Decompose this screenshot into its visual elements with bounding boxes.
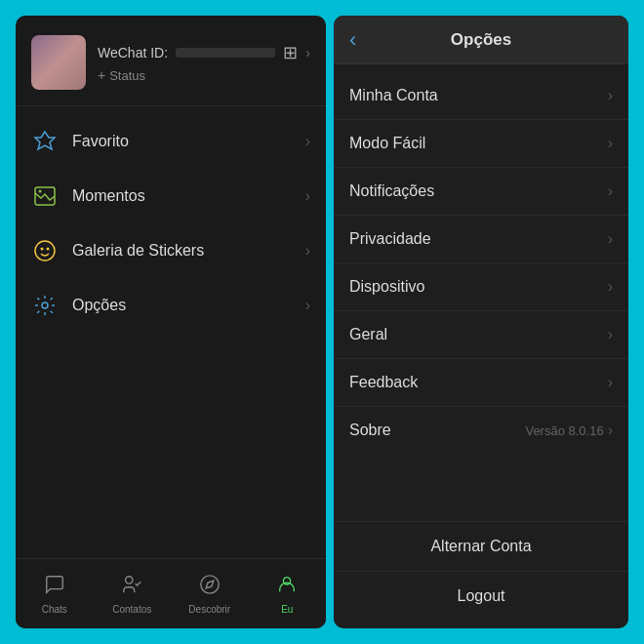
wechat-id-value: [176, 48, 275, 58]
menu-item-favorito[interactable]: Favorito ›: [16, 114, 326, 169]
momentos-icon: [31, 182, 59, 210]
opcoes-chevron-icon: ›: [305, 297, 310, 314]
settings-item-feedback[interactable]: Feedback ›: [334, 359, 628, 407]
descobrir-icon: [199, 574, 221, 601]
profile-section[interactable]: WeChat ID: ⊞ › Status: [16, 16, 326, 106]
opcoes-label: Opções: [72, 297, 292, 314]
minha-conta-chevron-icon: ›: [608, 87, 613, 104]
descobrir-label: Descobrir: [188, 604, 230, 615]
right-header: ‹ Opções: [334, 16, 628, 64]
stickers-icon: [31, 237, 59, 264]
opcoes-icon: [31, 292, 59, 319]
settings-item-notificacoes[interactable]: Notificações ›: [334, 168, 628, 216]
privacidade-label: Privacidade: [349, 230, 608, 248]
contatos-label: Contatos: [112, 604, 151, 615]
svg-point-7: [201, 575, 219, 592]
settings-item-minha-conta[interactable]: Minha Conta ›: [334, 72, 628, 120]
feedback-label: Feedback: [349, 374, 608, 391]
momentos-label: Momentos: [72, 187, 292, 205]
bottom-nav: Chats Contatos: [16, 558, 326, 628]
logout-button[interactable]: Logout: [334, 571, 628, 621]
avatar: [31, 35, 86, 90]
sobre-version: Versão 8.0.16: [525, 423, 603, 438]
svg-point-2: [35, 241, 55, 261]
nav-item-eu[interactable]: Eu: [249, 574, 327, 615]
menu-list: Favorito › Momentos ›: [16, 106, 326, 558]
privacidade-chevron-icon: ›: [608, 230, 613, 248]
contatos-icon: [121, 574, 142, 601]
chats-label: Chats: [42, 604, 67, 615]
favorito-label: Favorito: [72, 133, 292, 150]
settings-item-sobre[interactable]: Sobre Versão 8.0.16 ›: [334, 407, 628, 454]
left-panel: WeChat ID: ⊞ › Status Favorito: [16, 16, 326, 628]
favorito-chevron-icon: ›: [305, 133, 310, 150]
svg-point-5: [42, 302, 48, 308]
alternar-conta-button[interactable]: Alternar Conta: [334, 521, 628, 571]
notificacoes-chevron-icon: ›: [608, 182, 613, 200]
logout-label: Logout: [458, 587, 505, 605]
nav-item-contatos[interactable]: Contatos: [94, 574, 172, 615]
alternar-conta-label: Alternar Conta: [430, 538, 531, 555]
chats-icon: [44, 574, 65, 601]
geral-chevron-icon: ›: [608, 326, 613, 343]
dispositivo-chevron-icon: ›: [608, 278, 613, 296]
notificacoes-label: Notificações: [349, 182, 608, 200]
sobre-label: Sobre: [349, 422, 525, 439]
right-panel: ‹ Opções Minha Conta › Modo Fácil › Noti…: [334, 16, 628, 628]
eu-icon: [276, 574, 298, 601]
nav-item-descobrir[interactable]: Descobrir: [171, 574, 249, 615]
settings-item-modo-facil[interactable]: Modo Fácil ›: [334, 120, 628, 168]
menu-item-stickers[interactable]: Galeria de Stickers ›: [16, 223, 326, 278]
status-button[interactable]: Status: [98, 67, 310, 83]
profile-info: WeChat ID: ⊞ › Status: [98, 42, 310, 83]
sobre-chevron-icon: ›: [608, 422, 613, 439]
menu-item-opcoes[interactable]: Opções ›: [16, 278, 326, 333]
back-button[interactable]: ‹: [349, 29, 356, 51]
geral-label: Geral: [349, 326, 608, 343]
qr-icon[interactable]: ⊞: [283, 42, 298, 63]
settings-item-geral[interactable]: Geral ›: [334, 311, 628, 359]
eu-label: Eu: [281, 604, 293, 615]
action-section: Alternar Conta Logout: [334, 513, 628, 628]
feedback-chevron-icon: ›: [608, 374, 613, 391]
momentos-chevron-icon: ›: [305, 187, 310, 205]
stickers-label: Galeria de Stickers: [72, 242, 292, 260]
stickers-chevron-icon: ›: [305, 242, 310, 260]
dispositivo-label: Dispositivo: [349, 278, 608, 296]
nav-item-chats[interactable]: Chats: [16, 574, 94, 615]
modo-facil-chevron-icon: ›: [608, 135, 613, 152]
settings-item-dispositivo[interactable]: Dispositivo ›: [334, 263, 628, 311]
favorito-icon: [31, 128, 59, 155]
svg-point-6: [126, 576, 133, 583]
svg-point-4: [47, 248, 50, 251]
menu-item-momentos[interactable]: Momentos ›: [16, 169, 326, 223]
settings-item-privacidade[interactable]: Privacidade ›: [334, 216, 628, 263]
modo-facil-label: Modo Fácil: [349, 135, 608, 152]
svg-point-1: [39, 190, 42, 193]
settings-list: Minha Conta › Modo Fácil › Notificações …: [334, 64, 628, 513]
profile-chevron-icon: ›: [305, 45, 310, 60]
wechat-id-label: WeChat ID:: [98, 45, 168, 60]
wechat-id-row: WeChat ID: ⊞ ›: [98, 42, 310, 63]
right-title: Opções: [451, 30, 511, 50]
minha-conta-label: Minha Conta: [349, 87, 608, 104]
svg-point-3: [41, 248, 44, 251]
